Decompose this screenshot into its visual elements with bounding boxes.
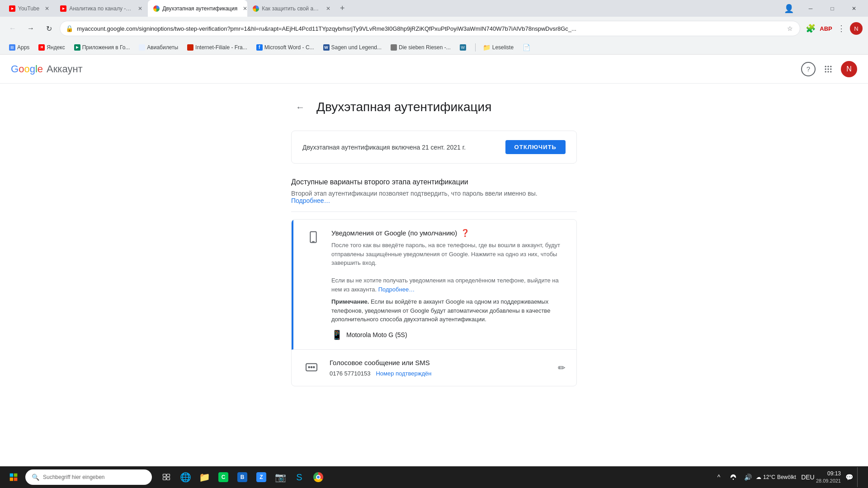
tab-close-analytics[interactable]: ✕ (138, 5, 142, 12)
fb-favicon: f (256, 44, 263, 51)
svg-point-1 (827, 66, 829, 67)
tab-youtube[interactable]: YouTube ✕ (4, 0, 55, 17)
section-divider (291, 211, 577, 212)
device-name: Motorola Moto G (5S) (346, 331, 407, 338)
taskbar-clock[interactable]: 09:13 28.09.2021 (816, 470, 841, 484)
close-button[interactable]: ✕ (844, 0, 864, 17)
g-blue2: g (30, 63, 35, 75)
apps-grid-btn[interactable] (819, 60, 837, 78)
tab-label-2fa: Двухэтапная аутентификация (162, 5, 237, 12)
svg-point-7 (827, 71, 829, 72)
tab-protect[interactable]: Как защитить свой аккаунт с по... ✕ (247, 0, 336, 17)
tab-2fa[interactable]: Двухэтапная аутентификация ✕ (148, 0, 247, 17)
bookmark-weitere-label: Leseliste (492, 44, 514, 51)
tab-close-youtube[interactable]: ✕ (45, 5, 49, 12)
google-favicon-protect (253, 5, 259, 12)
lock-icon: 🔒 (66, 25, 73, 32)
blue-app-button[interactable]: B (233, 467, 251, 487)
device-icon: 📱 (331, 329, 343, 340)
explorer-button[interactable]: 📁 (195, 467, 213, 487)
bookmark-apps-label: Apps (17, 44, 29, 51)
bookmark-apps[interactable]: ⊞ Apps (5, 43, 33, 52)
google-wordmark: Google (11, 63, 43, 75)
wp-favicon: W (460, 44, 466, 51)
camera-button[interactable]: 📷 (271, 467, 289, 487)
bookmark-star-icon[interactable]: ☆ (785, 24, 794, 33)
reload-button[interactable]: ↻ (42, 21, 56, 36)
skype-button[interactable]: S (290, 467, 308, 487)
analytics-favicon (60, 5, 66, 12)
phone-number: 0176 57710153 (330, 370, 370, 377)
maximize-button[interactable]: □ (822, 0, 843, 17)
g-yellow: o (24, 63, 29, 75)
address-icons: ☆ (785, 24, 794, 33)
forward-button[interactable]: → (24, 21, 38, 36)
new-tab-button[interactable]: + (336, 2, 349, 15)
bookmark-spark[interactable]: Internet-Filiale - Fra... (184, 43, 251, 52)
header-right-icons: ? N (801, 60, 857, 78)
tray-expand-icon[interactable]: ^ (712, 471, 725, 483)
profile-icon-titlebar[interactable]: 👤 (778, 0, 799, 17)
help-icon-btn[interactable]: ? (801, 62, 816, 76)
minimize-button[interactable]: ─ (800, 0, 821, 17)
word-favicon: W (323, 44, 330, 51)
user-avatar-header[interactable]: N (850, 22, 863, 35)
address-bar[interactable]: 🔒 myaccount.google.com/signinoptions/two… (60, 21, 800, 36)
google-prompts-learn-more-link[interactable]: Подробнее… (378, 286, 415, 293)
svg-rect-17 (10, 478, 14, 481)
extensions-icon[interactable]: 🧩 (804, 22, 817, 35)
options-card: Уведомления от Google (по умолчанию) ❓ П… (291, 219, 577, 386)
svg-point-5 (830, 68, 831, 70)
sms-edit-button[interactable]: ✏ (558, 362, 566, 373)
disable-button[interactable]: ОТКЛЮЧИТЬ (505, 140, 566, 154)
bookmark-yandex[interactable]: Я Яндекс (35, 43, 68, 52)
green-app-button[interactable]: C (214, 467, 232, 487)
page-inner: ← Двухэтапная аутентификация Двухэтапная… (280, 98, 588, 386)
google-prompts-help-icon[interactable]: ❓ (461, 229, 470, 237)
tab-close-protect[interactable]: ✕ (326, 5, 330, 12)
tab-analytics[interactable]: Аналитика по каналу - YouTube ✕ (55, 0, 148, 17)
show-desktop-button[interactable] (857, 467, 861, 487)
bookmark-play[interactable]: ▶ Приложения в Го... (71, 43, 134, 52)
taskview-button[interactable] (157, 467, 175, 487)
google-prompts-desc: После того как вы введёте пароль, на все… (331, 241, 566, 294)
bookmark-avia[interactable]: Авиабилеты (135, 43, 182, 52)
tab-close-2fa[interactable]: ✕ (243, 5, 247, 12)
taskbar-search-box[interactable]: 🔍 Suchbegriff hier eingeben (25, 469, 152, 485)
bookmark-wp[interactable]: W (456, 43, 472, 52)
lang-indicator[interactable]: DEU (802, 471, 814, 483)
bookmark-sagen[interactable]: Die sieben Riesen -... (387, 43, 454, 52)
bookmark-word[interactable]: W Sagen und Legend... (320, 43, 385, 52)
svg-rect-19 (163, 474, 166, 476)
avia-favicon (139, 44, 145, 51)
page-title: Двухэтапная аутентификация (316, 100, 491, 114)
back-button[interactable]: ← (5, 21, 20, 36)
address-url: myaccount.google.com/signinoptions/two-s… (77, 25, 780, 32)
section-learn-more-link[interactable]: Подробнее… (291, 197, 330, 204)
g-blue: G (11, 63, 19, 75)
chrome-button[interactable] (309, 467, 327, 487)
sms-title: Голосовое сообщение или SMS (330, 359, 566, 366)
edge-button[interactable]: 🌐 (176, 467, 194, 487)
zoom-button[interactable]: Z (252, 467, 270, 487)
google-prompts-note-text: Примечание. Если вы войдёте в аккаунт Go… (331, 298, 550, 323)
abp-icon[interactable]: ABP (819, 22, 833, 35)
bookmarks-bar: ⊞ Apps Я Яндекс ▶ Приложения в Го... Ави… (0, 40, 868, 55)
bookmark-weitere[interactable]: 📁 Leseliste (479, 43, 517, 52)
bookmark-leseliste[interactable]: 📄 (519, 43, 536, 52)
svg-rect-9 (310, 232, 316, 243)
account-avatar[interactable]: N (841, 61, 857, 77)
back-arrow-button[interactable]: ← (291, 98, 309, 116)
sound-icon[interactable]: 🔊 (741, 471, 754, 483)
yandex-favicon: Я (38, 44, 45, 51)
start-button[interactable] (4, 467, 24, 487)
spark-favicon (187, 44, 193, 51)
bookmark-fb[interactable]: f Microsoft Word - С... (253, 43, 318, 52)
chrome-menu-icon[interactable]: ⋮ (835, 22, 848, 35)
weather-widget[interactable]: ☁ 12°C Bewölkt (756, 474, 796, 480)
content-area: Google Аккаунт ? N (0, 55, 868, 466)
network-icon[interactable] (727, 471, 740, 483)
taskbar: 🔍 Suchbegriff hier eingeben 🌐 📁 C (0, 466, 868, 488)
section-desc-text: Второй этап аутентификации позволяет под… (291, 190, 538, 197)
notification-icon[interactable]: 💬 (843, 471, 855, 483)
